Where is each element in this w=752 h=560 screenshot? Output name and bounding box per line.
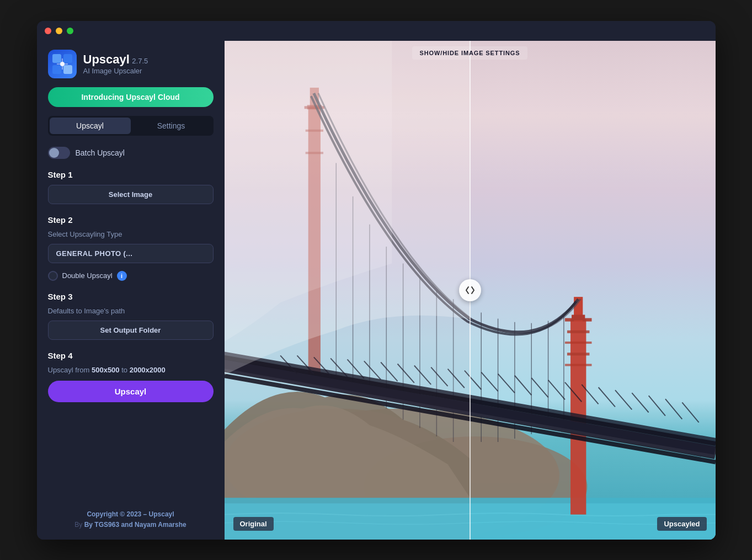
upscaling-type-dropdown[interactable]: GENERAL PHOTO (... — [48, 244, 214, 263]
step2-label: Step 2 — [48, 215, 214, 225]
svg-line-48 — [414, 365, 430, 384]
svg-line-56 — [548, 380, 564, 399]
top-bar: SHOW/HIDE IMAGE SETTINGS — [225, 41, 716, 65]
promo-button[interactable]: Introducing Upscayl Cloud — [48, 87, 214, 107]
svg-line-59 — [598, 387, 615, 406]
svg-rect-14 — [567, 330, 589, 333]
app-subtitle: AI Image Upscaler — [83, 67, 148, 75]
app-logo — [48, 50, 77, 78]
svg-line-50 — [447, 369, 464, 387]
tab-group: Upscayl Settings — [48, 116, 214, 136]
brand-text: Upscayl 2.7.5 AI Image Upscaler — [83, 52, 148, 75]
upscayled-label: Upscayled — [657, 517, 706, 531]
compare-handle-icon — [465, 285, 476, 296]
minimize-button[interactable] — [56, 28, 62, 34]
select-image-button[interactable]: Select Image — [48, 185, 214, 204]
app-body: Upscayl 2.7.5 AI Image Upscaler Introduc… — [37, 41, 716, 540]
svg-rect-2 — [52, 65, 61, 74]
svg-line-53 — [498, 374, 514, 392]
svg-line-46 — [381, 362, 397, 381]
upscayl-button[interactable]: Upscayl — [48, 381, 214, 402]
svg-line-64 — [682, 402, 698, 422]
svg-rect-3 — [63, 65, 72, 74]
compare-handle[interactable] — [459, 279, 481, 301]
tab-upscayl[interactable]: Upscayl — [50, 118, 131, 134]
svg-rect-0 — [52, 54, 61, 63]
svg-line-62 — [648, 396, 665, 415]
app-window: Upscayl 2.7.5 AI Image Upscaler Introduc… — [37, 21, 716, 540]
step4-label: Step 4 — [48, 351, 214, 360]
double-upscayl-row: Double Upscayl i — [48, 271, 214, 281]
set-output-folder-button[interactable]: Set Output Folder — [48, 321, 214, 340]
double-upscayl-radio[interactable] — [48, 271, 58, 281]
tab-settings[interactable]: Settings — [131, 118, 212, 134]
svg-line-61 — [632, 393, 648, 412]
close-button[interactable] — [45, 28, 51, 34]
show-hide-settings-button[interactable]: SHOW/HIDE IMAGE SETTINGS — [412, 46, 528, 60]
original-label: Original — [233, 517, 274, 531]
svg-rect-19 — [572, 314, 585, 320]
batch-upscayl-label: Batch Upscayl — [76, 148, 125, 157]
step3-label: Step 3 — [48, 292, 214, 301]
svg-rect-15 — [567, 353, 589, 355]
title-bar — [37, 21, 716, 41]
image-compare-area[interactable]: Original Upscayled — [225, 41, 716, 540]
svg-line-63 — [665, 399, 681, 419]
svg-line-54 — [514, 375, 531, 394]
svg-line-60 — [615, 390, 631, 409]
app-name: Upscayl 2.7.5 — [83, 52, 148, 67]
sidebar-footer: Copyright © 2023 – Upscayl By By TGS963 … — [48, 498, 214, 530]
step4-desc: Upscayl from 500x500 to 2000x2000 — [48, 366, 214, 374]
step3-sublabel: Defaults to Image's path — [48, 307, 214, 315]
double-upscayl-label: Double Upscayl — [62, 271, 113, 280]
step2-sublabel: Select Upscayling Type — [48, 230, 214, 238]
batch-upscayl-row: Batch Upscayl — [48, 147, 214, 159]
double-upscayl-info[interactable]: i — [117, 271, 127, 281]
batch-upscayl-toggle[interactable] — [48, 147, 70, 159]
svg-rect-16 — [564, 342, 591, 344]
credits-line: By By TGS963 and Nayam Amarshe — [48, 520, 214, 530]
toggle-knob — [49, 148, 59, 158]
svg-line-51 — [464, 370, 481, 389]
copyright-line: Copyright © 2023 – Upscayl — [48, 509, 214, 520]
sidebar: Upscayl 2.7.5 AI Image Upscaler Introduc… — [37, 41, 225, 540]
step1-label: Step 1 — [48, 170, 214, 179]
main-area: SHOW/HIDE IMAGE SETTINGS — [225, 41, 716, 540]
svg-line-49 — [431, 367, 447, 386]
svg-rect-17 — [564, 364, 591, 366]
svg-rect-1 — [63, 54, 72, 63]
svg-line-55 — [531, 377, 548, 397]
maximize-button[interactable] — [67, 28, 73, 34]
svg-line-52 — [481, 372, 498, 391]
brand-area: Upscayl 2.7.5 AI Image Upscaler — [48, 50, 214, 78]
svg-line-47 — [397, 364, 414, 382]
